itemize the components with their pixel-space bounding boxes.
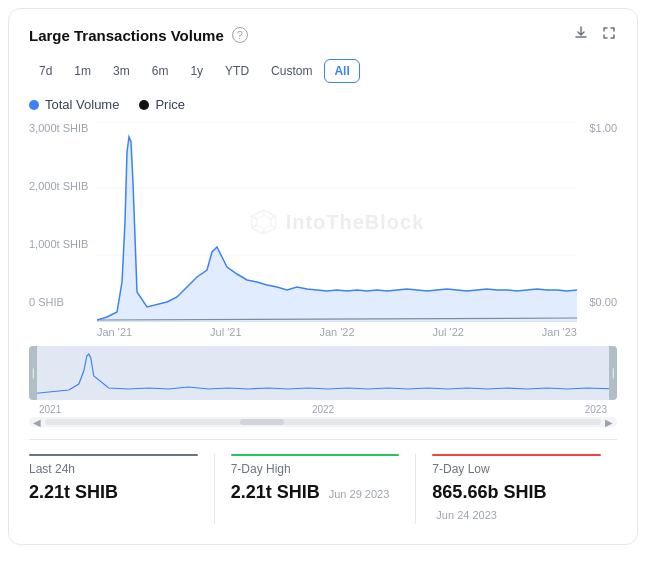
y-label-mid2: 2,000t SHIB bbox=[29, 180, 97, 192]
header-left: Large Transactions Volume ? bbox=[29, 27, 248, 44]
y-label-bot: 0 SHIB bbox=[29, 296, 97, 308]
y-axis-left: 3,000t SHIB 2,000t SHIB 1,000t SHIB 0 SH… bbox=[29, 122, 97, 308]
x-label-3: Jul '22 bbox=[432, 326, 463, 338]
main-chart-svg bbox=[97, 122, 577, 322]
scrollbar-inner bbox=[45, 419, 601, 425]
filter-custom[interactable]: Custom bbox=[261, 59, 322, 83]
price-dot bbox=[139, 100, 149, 110]
navigator-handle-right[interactable]: ❘ bbox=[609, 346, 617, 400]
y-right-bot: $0.00 bbox=[577, 296, 617, 308]
download-icon[interactable] bbox=[573, 25, 589, 45]
main-chart-area: 3,000t SHIB 2,000t SHIB 1,000t SHIB 0 SH… bbox=[29, 122, 617, 338]
y-axis-right: $1.00 $0.00 bbox=[577, 122, 617, 308]
stat-label-7high: 7-Day High bbox=[231, 462, 400, 476]
nav-label-2021: 2021 bbox=[39, 404, 61, 415]
legend-price: Price bbox=[139, 97, 185, 112]
filter-6m[interactable]: 6m bbox=[142, 59, 179, 83]
filter-all[interactable]: All bbox=[324, 59, 359, 83]
stat-last-24h: Last 24h 2.21t SHIB bbox=[29, 454, 214, 524]
total-volume-label: Total Volume bbox=[45, 97, 119, 112]
stat-date-7low: Jun 24 2023 bbox=[436, 509, 497, 521]
large-transactions-card: Large Transactions Volume ? 7d 1m 3m 6m … bbox=[8, 8, 638, 545]
x-label-4: Jan '23 bbox=[542, 326, 577, 338]
expand-icon[interactable] bbox=[601, 25, 617, 45]
x-axis-labels: Jan '21 Jul '21 Jan '22 Jul '22 Jan '23 bbox=[97, 326, 577, 338]
scrollbar-right-arrow[interactable]: ▶ bbox=[601, 417, 617, 428]
stat-label-7low: 7-Day Low bbox=[432, 462, 601, 476]
nav-label-2022: 2022 bbox=[312, 404, 334, 415]
time-filter-bar: 7d 1m 3m 6m 1y YTD Custom All bbox=[29, 59, 617, 83]
scrollbar-thumb[interactable] bbox=[240, 419, 284, 425]
filter-3m[interactable]: 3m bbox=[103, 59, 140, 83]
y-label-top: 3,000t SHIB bbox=[29, 122, 97, 134]
navigator-labels: 2021 2022 2023 bbox=[29, 402, 617, 415]
scrollbar-track: ◀ ▶ bbox=[29, 417, 617, 427]
chart-svg-wrapper: IntoTheBlock bbox=[97, 122, 577, 322]
stat-value-7high: 2.21t SHIB Jun 29 2023 bbox=[231, 482, 400, 503]
stats-bar: Last 24h 2.21t SHIB 7-Day High 2.21t SHI… bbox=[29, 439, 617, 524]
filter-ytd[interactable]: YTD bbox=[215, 59, 259, 83]
navigator-svg bbox=[29, 346, 617, 400]
card-title: Large Transactions Volume bbox=[29, 27, 224, 44]
svg-rect-12 bbox=[29, 346, 617, 400]
stat-value-7low: 865.66b SHIB Jun 24 2023 bbox=[432, 482, 601, 524]
stat-underline-7low bbox=[432, 454, 601, 456]
filter-1y[interactable]: 1y bbox=[180, 59, 213, 83]
legend-total-volume: Total Volume bbox=[29, 97, 119, 112]
stat-date-7high: Jun 29 2023 bbox=[329, 488, 390, 500]
navigator-handle-left[interactable]: ❘ bbox=[29, 346, 37, 400]
y-label-mid1: 1,000t SHIB bbox=[29, 238, 97, 250]
scrollbar-left-arrow[interactable]: ◀ bbox=[29, 417, 45, 428]
stat-7day-high: 7-Day High 2.21t SHIB Jun 29 2023 bbox=[214, 454, 416, 524]
x-label-0: Jan '21 bbox=[97, 326, 132, 338]
stat-value-last24h: 2.21t SHIB bbox=[29, 482, 198, 503]
stat-underline-7high bbox=[231, 454, 400, 456]
filter-7d[interactable]: 7d bbox=[29, 59, 62, 83]
header-right bbox=[573, 25, 617, 45]
card-header: Large Transactions Volume ? bbox=[29, 25, 617, 45]
stat-underline-last24h bbox=[29, 454, 198, 456]
chart-legend: Total Volume Price bbox=[29, 97, 617, 112]
x-label-2: Jan '22 bbox=[319, 326, 354, 338]
y-right-top: $1.00 bbox=[577, 122, 617, 134]
stat-label-last24h: Last 24h bbox=[29, 462, 198, 476]
nav-label-2023: 2023 bbox=[585, 404, 607, 415]
total-volume-dot bbox=[29, 100, 39, 110]
price-label: Price bbox=[155, 97, 185, 112]
stat-7day-low: 7-Day Low 865.66b SHIB Jun 24 2023 bbox=[415, 454, 617, 524]
x-label-1: Jul '21 bbox=[210, 326, 241, 338]
help-icon[interactable]: ? bbox=[232, 27, 248, 43]
navigator: ❘ ❘ bbox=[29, 346, 617, 400]
filter-1m[interactable]: 1m bbox=[64, 59, 101, 83]
